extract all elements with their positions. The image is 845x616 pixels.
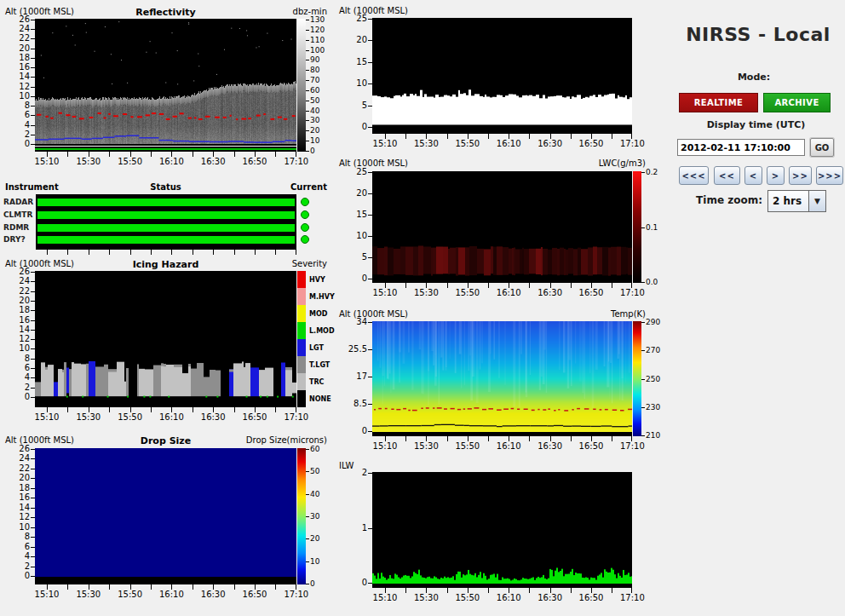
severity-segment xyxy=(297,356,306,373)
x-tick xyxy=(447,588,448,593)
colorbar-tick xyxy=(641,350,645,351)
y-tick-label: 1 xyxy=(344,524,367,533)
x-tick xyxy=(488,283,489,288)
x-tick-label: 15:30 xyxy=(74,590,103,599)
y-tick-label: 15 xyxy=(344,58,367,66)
realtime-button[interactable]: REALTIME xyxy=(679,93,758,112)
y-tick-label: 10 xyxy=(7,344,30,353)
colorbar-tick-label: 230 xyxy=(646,404,660,412)
go-button[interactable]: GO xyxy=(810,138,834,157)
y-tick-label: 6 xyxy=(7,111,30,119)
colorbar-tick xyxy=(641,407,645,408)
x-tick xyxy=(193,152,193,157)
colorbar-tick-label: 120 xyxy=(310,26,325,34)
x-tick-label: 15:10 xyxy=(32,412,61,422)
status-header: Status xyxy=(35,182,296,192)
colorbar-tick-label: 0.1 xyxy=(646,224,658,232)
colorbar-tick xyxy=(306,516,309,517)
severity-tick-label: NONE xyxy=(309,395,331,403)
y-tick-label: 6 xyxy=(7,543,30,551)
colorbar-label: LWC(g/m3) xyxy=(535,158,646,168)
y-tick-label: 8 xyxy=(7,354,30,363)
severity-tick-label: T.LGT xyxy=(309,361,330,369)
x-tick xyxy=(488,436,489,441)
x-tick-label: 16:30 xyxy=(198,157,227,166)
colorbar-tick-label: 60 xyxy=(310,87,319,95)
x-tick xyxy=(151,250,152,255)
archive-button[interactable]: ARCHIVE xyxy=(763,93,831,112)
x-tick xyxy=(405,436,406,441)
status-indicator xyxy=(301,235,309,244)
colorbar-tick xyxy=(306,538,309,539)
x-tick xyxy=(109,152,110,157)
colorbar-tick xyxy=(306,561,309,562)
x-tick-label: 15:30 xyxy=(411,288,440,297)
y-tick-label: 16 xyxy=(7,63,30,72)
x-tick xyxy=(405,588,406,593)
nav-button-3[interactable]: < xyxy=(744,166,762,185)
colorbar xyxy=(297,448,306,584)
colorbar-tick xyxy=(306,40,309,41)
status-bar xyxy=(37,199,295,206)
x-tick xyxy=(255,250,256,255)
display-time-input[interactable] xyxy=(677,139,805,156)
y-tick-label: 18 xyxy=(7,484,30,492)
x-tick xyxy=(529,588,530,593)
status-bar xyxy=(37,211,295,219)
y-tick-label: 8 xyxy=(7,533,30,541)
nav-button-6[interactable]: >>> xyxy=(816,166,843,185)
drop-plot xyxy=(35,448,296,584)
y-tick-label: 0 xyxy=(344,123,367,131)
colorbar-tick xyxy=(641,172,645,173)
x-tick-label: 16:10 xyxy=(157,412,186,422)
ilw-plot xyxy=(372,472,632,588)
chevron-down-icon[interactable]: ▼ xyxy=(808,191,825,211)
colorbar-tick-label: 40 xyxy=(310,107,319,115)
status-bar xyxy=(37,224,295,232)
x-tick-label: 16:10 xyxy=(157,590,186,599)
alt-axis-label: Alt (1000ft MSL) xyxy=(339,158,408,168)
y-tick-label: 26 xyxy=(7,15,30,24)
x-tick xyxy=(447,134,448,139)
nav-button-1[interactable]: <<< xyxy=(679,166,709,185)
x-tick-label: 15:10 xyxy=(32,157,61,166)
x-tick xyxy=(529,283,530,288)
x-tick xyxy=(488,134,489,139)
x-tick-label: 16:50 xyxy=(577,593,606,602)
y-tick-label: 15 xyxy=(344,210,367,219)
y-tick-label: 25 xyxy=(344,168,367,176)
x-tick-label: 15:50 xyxy=(453,441,482,451)
x-tick-label: 16:50 xyxy=(240,412,269,422)
y-tick-label: 18 xyxy=(7,306,30,314)
y-tick-label: 2 xyxy=(7,383,30,392)
x-tick xyxy=(405,283,406,288)
x-tick-label: 15:50 xyxy=(116,157,145,166)
icing-plot xyxy=(35,271,296,407)
nav-button-5[interactable]: >> xyxy=(789,166,812,185)
reflectivity-plot xyxy=(35,19,296,152)
colorbar-tick-label: 70 xyxy=(310,77,319,84)
nav-button-2[interactable]: << xyxy=(714,166,740,185)
x-tick-label: 15:30 xyxy=(74,157,103,166)
x-tick xyxy=(67,584,68,590)
x-tick xyxy=(571,588,572,593)
nav-button-4[interactable]: > xyxy=(767,166,785,185)
time-zoom-select[interactable]: 2 hrs ▼ xyxy=(767,190,826,212)
severity-segment xyxy=(297,305,306,322)
colorbar-tick xyxy=(306,90,309,91)
mode-label: Mode: xyxy=(677,72,831,83)
y-tick-label: 18 xyxy=(7,54,30,62)
y-tick-label: 10 xyxy=(344,232,367,240)
colorbar-tick xyxy=(306,494,309,495)
severity-segment xyxy=(297,390,306,407)
y-tick-label: 0 xyxy=(7,140,30,148)
colorbar-label: Drop Size(microns) xyxy=(216,435,327,445)
colorbar-tick xyxy=(306,50,309,51)
status-indicator xyxy=(301,223,309,232)
x-tick-label: 15:50 xyxy=(453,593,482,602)
colorbar-label: Severity xyxy=(216,259,327,268)
x-tick-label: 15:30 xyxy=(411,441,440,451)
x-tick xyxy=(612,588,612,593)
x-tick xyxy=(67,250,68,255)
x-tick-label: 15:10 xyxy=(32,590,61,599)
